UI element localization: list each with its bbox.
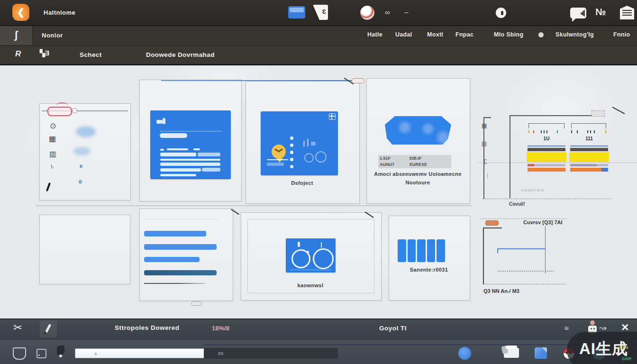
form-line xyxy=(160,168,201,172)
gantt-bar-blue-cap xyxy=(601,168,608,172)
table-cell: EIB.IF xyxy=(410,156,422,161)
link-icon[interactable]: ∞ xyxy=(385,8,390,16)
panel-c-icon[interactable]: ʗ xyxy=(484,157,487,164)
square-outline-icon[interactable] xyxy=(36,349,46,358)
card-handle-pill[interactable] xyxy=(191,301,202,306)
cut-tool-icon[interactable]: ✂ xyxy=(13,321,22,334)
toolbar-r-icon[interactable]: R xyxy=(15,49,21,59)
card-empty[interactable] xyxy=(39,215,130,284)
gantt-bar-thin xyxy=(570,164,608,166)
gantt-dashed-baseline xyxy=(482,199,611,199)
white-folder-icon[interactable] xyxy=(504,348,519,358)
sphere-icon[interactable] xyxy=(360,6,374,20)
tool-eye-icon[interactable]: ⊙ xyxy=(50,121,56,130)
menu-item-skulwntog[interactable]: Skulwntog'Ig xyxy=(555,31,594,38)
gantt-ticks xyxy=(570,130,608,134)
list-bar-dark xyxy=(144,270,217,275)
gantt-bar-dark xyxy=(528,148,565,151)
chat-icon[interactable] xyxy=(570,8,586,18)
small-node-circle[interactable] xyxy=(72,108,77,113)
list-icon xyxy=(290,136,293,140)
menu-dot-icon[interactable] xyxy=(538,32,544,37)
bell-icon[interactable]: № xyxy=(595,7,606,18)
diagram-ring xyxy=(315,151,327,163)
panel-rows-icon[interactable]: ▤ xyxy=(482,140,487,147)
list-thin-line xyxy=(144,283,205,284)
trapezoid-shape[interactable] xyxy=(385,116,451,145)
menu-item-mlo-sbing[interactable]: Mlo Sbing xyxy=(494,31,523,38)
menu-item-hatle[interactable]: Hatle xyxy=(367,31,382,38)
ring-dot xyxy=(307,251,309,253)
toolbar-schect-button[interactable]: Schect xyxy=(80,51,102,58)
pin-subbar xyxy=(267,163,284,166)
folder-icon[interactable] xyxy=(288,6,305,18)
lower-vline xyxy=(545,226,546,273)
gantt-bar-dark xyxy=(570,148,608,151)
gantt-ticks xyxy=(528,130,565,134)
brush-tool-button[interactable] xyxy=(40,320,57,337)
document-mark: Ɛ xyxy=(322,8,326,15)
status-right-text: Goyol TI xyxy=(379,325,407,332)
list-icon xyxy=(290,144,293,147)
project-preview-bluebox[interactable] xyxy=(261,111,338,175)
mini-dashed-box xyxy=(592,110,605,117)
rings-preview-bluebox[interactable] xyxy=(286,238,336,273)
swirl-icon[interactable]: ∽ xyxy=(404,9,409,16)
document-icon[interactable]: Ɛ xyxy=(313,5,328,20)
gantt-bar-thin xyxy=(528,164,565,166)
gantt-bar-yellow xyxy=(569,152,609,162)
window-title: Haltnlome xyxy=(44,9,75,16)
menu-app-label: Nonlor xyxy=(42,32,63,39)
toolbar-grid-icon[interactable]: ▚Ǝ xyxy=(40,49,49,57)
form-dash xyxy=(167,148,188,150)
ring-pointer xyxy=(298,242,300,247)
tool-rows-icon[interactable]: ▥ xyxy=(49,149,56,158)
screen: ❮ Haltnlome Ɛ ∞ ∽ № ʃ Nonlor Hatle Uadal… xyxy=(0,0,637,364)
tool-anchor-icon[interactable]: ♄ xyxy=(49,162,55,171)
diagram-ring xyxy=(304,153,314,163)
search-input[interactable] xyxy=(75,348,222,358)
lower-orange-pill xyxy=(485,220,499,226)
gantt-blue-line xyxy=(528,146,565,146)
form-preview-bluebox[interactable] xyxy=(150,110,231,179)
rings-caption: kaownwsl xyxy=(273,282,348,288)
app-logo-icon[interactable]: ❮ xyxy=(12,4,29,21)
gantt-bar-orange xyxy=(528,168,565,172)
trapezoid-table: 1.51F EIB.IF AUNU7 EUREXE xyxy=(378,155,451,168)
shield-outline-icon[interactable] xyxy=(13,347,26,360)
menu-item-fnnio[interactable]: Fnnio xyxy=(613,31,630,38)
menu-corner-button[interactable]: ʃ xyxy=(0,26,33,45)
clock-icon[interactable] xyxy=(496,8,506,18)
blue-orb-icon[interactable] xyxy=(458,347,471,360)
form-line xyxy=(160,174,196,176)
watermark-side-top: dillo xyxy=(619,345,628,350)
list-bar xyxy=(144,257,200,262)
card-bars-list[interactable] xyxy=(139,209,233,301)
ring-baseline xyxy=(290,270,331,271)
list-icon xyxy=(290,165,293,168)
form-logo-mark xyxy=(163,118,165,124)
row-divider xyxy=(36,205,472,206)
form-line xyxy=(160,163,220,166)
gantt-bracket xyxy=(528,123,564,128)
pin-underline xyxy=(267,159,288,160)
archive-icon[interactable] xyxy=(620,6,634,19)
toolbar-download-button[interactable]: Doowede Dovrmahad xyxy=(146,51,215,58)
lower-dashed-top xyxy=(481,218,567,219)
menu-item-uadal[interactable]: Uadal xyxy=(395,31,412,38)
lower-dotted-line xyxy=(498,271,554,272)
menu-item-moxtl[interactable]: Moxtl xyxy=(427,31,443,38)
panel-grid-icon[interactable]: ▦ xyxy=(482,122,487,129)
blue-cube-icon[interactable] xyxy=(535,347,547,359)
wave-icon[interactable]: ≋ xyxy=(564,325,569,332)
ring-right xyxy=(313,248,334,269)
mini-toggle[interactable] xyxy=(352,78,364,83)
corner-tick xyxy=(612,107,625,114)
ink-tool-icon[interactable] xyxy=(57,346,64,355)
form-field-bar xyxy=(160,133,187,138)
tool-grid-icon[interactable]: ▦ xyxy=(49,134,56,143)
menu-item-fnpac[interactable]: Fnpac xyxy=(455,31,473,38)
lower-chart-caption: Q3 NN An-/ M3 xyxy=(483,288,519,294)
panel-dots-icon[interactable]: ⋮ xyxy=(485,173,491,179)
diagram-mark xyxy=(303,141,305,146)
